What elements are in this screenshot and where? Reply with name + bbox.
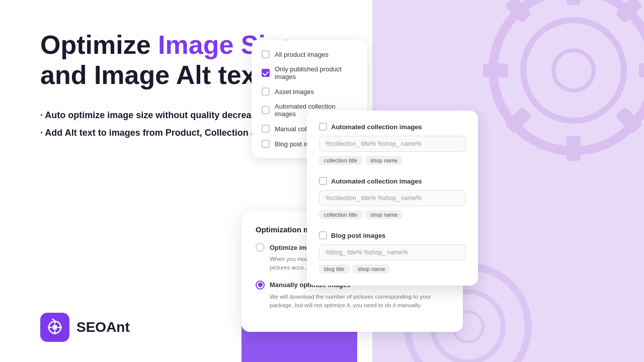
cb-only-published-label: Only published product images <box>275 65 357 80</box>
alttext-cb-3[interactable] <box>319 231 327 239</box>
checkbox-asset[interactable]: Asset images <box>262 87 357 96</box>
alttext-title-2: Automated collection images <box>331 177 422 185</box>
alttext-input-2[interactable] <box>319 190 466 206</box>
tag-collection-title-2[interactable]: collection title <box>319 210 362 219</box>
tags-row-3: blog title shop name <box>319 264 466 274</box>
card-alttext: Automated collection images collection t… <box>307 111 478 286</box>
svg-point-15 <box>52 325 57 330</box>
cb-only-published[interactable] <box>262 69 270 77</box>
seoant-logo-icon <box>40 313 69 342</box>
checkbox-only-published[interactable]: Only published product images <box>262 65 357 80</box>
alttext-section-3: Blog post images blog title shop name <box>319 231 466 274</box>
tag-blog-title[interactable]: blog title <box>319 264 350 274</box>
tag-shop-name-1[interactable]: shop name <box>365 156 403 165</box>
cards-area: All product images Only published produc… <box>242 0 644 362</box>
opt-desc-manual: We will download the number of pictures … <box>256 293 449 310</box>
alttext-cb-2[interactable] <box>319 177 327 185</box>
logo-text: SEOAnt <box>76 319 130 335</box>
alttext-section-1: Automated collection images collection t… <box>319 123 466 165</box>
alttext-header-2: Automated collection images <box>319 177 466 185</box>
title-text-2: and Image Alt text <box>40 60 265 89</box>
alttext-title-1: Automated collection images <box>331 123 422 131</box>
cb-manual-collection[interactable] <box>262 125 270 133</box>
title-text-1: Optimize <box>40 30 158 59</box>
alttext-header-3: Blog post images <box>319 231 466 239</box>
cb-asset[interactable] <box>262 87 270 96</box>
cb-automated-collection[interactable] <box>262 106 270 114</box>
radio-auto[interactable] <box>256 243 265 252</box>
cb-blog-post[interactable] <box>262 140 270 148</box>
alttext-input-1[interactable] <box>319 136 466 152</box>
checkbox-all-product[interactable]: All product images <box>262 50 357 58</box>
alttext-input-3[interactable] <box>319 244 466 260</box>
radio-manual[interactable] <box>256 281 265 290</box>
tag-collection-title-1[interactable]: collection title <box>319 156 362 165</box>
alttext-section-2: Automated collection images collection t… <box>319 177 466 219</box>
alttext-cb-1[interactable] <box>319 123 327 131</box>
cb-all-product[interactable] <box>262 50 270 58</box>
alttext-header-1: Automated collection images <box>319 123 466 131</box>
alttext-title-3: Blog post images <box>331 232 385 239</box>
tag-shop-name-3[interactable]: shop name <box>353 264 390 274</box>
tags-row-2: collection title shop name <box>319 210 466 219</box>
cb-all-product-label: All product images <box>275 51 329 58</box>
cb-asset-label: Asset images <box>275 88 314 96</box>
tags-row-1: collection title shop name <box>319 156 466 165</box>
tag-shop-name-2[interactable]: shop name <box>365 210 403 219</box>
